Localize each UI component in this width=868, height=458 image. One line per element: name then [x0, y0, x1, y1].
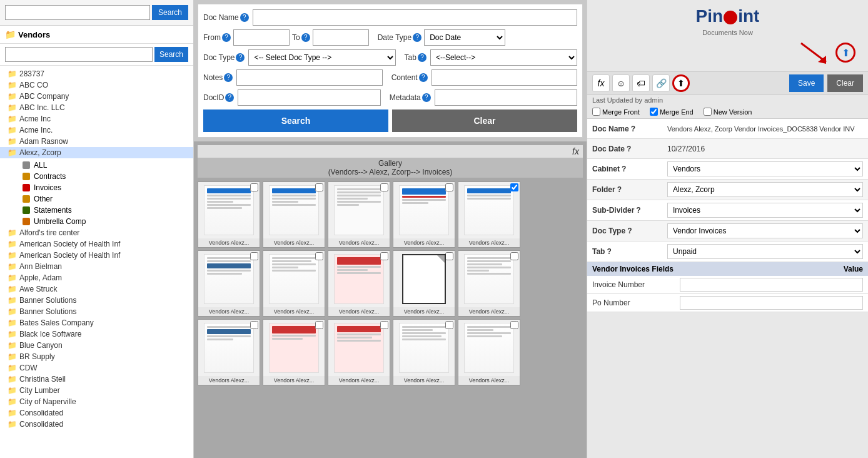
list-item[interactable]: 📁 Consolidated: [0, 419, 193, 430]
gallery-checkbox[interactable]: [250, 183, 258, 191]
gallery-checkbox[interactable]: [250, 252, 258, 260]
list-item[interactable]: 📁 Christina Steil: [0, 374, 193, 385]
list-item[interactable]: 📁 Acme Inc: [0, 113, 193, 125]
gallery-item[interactable]: Vendors Alexz...: [198, 319, 260, 385]
doc-name-input[interactable]: [253, 9, 577, 26]
gallery-item[interactable]: Vendors Alexz...: [458, 181, 520, 248]
list-item[interactable]: 📁 ABC Inc. LLC: [0, 102, 193, 113]
to-help-icon[interactable]: ?: [301, 33, 310, 42]
doc-type-help-icon[interactable]: ?: [236, 53, 245, 62]
list-item[interactable]: 📁 City of Naperville: [0, 396, 193, 407]
tab-field-help[interactable]: ?: [607, 247, 611, 256]
list-item[interactable]: 📁 Blue Canyon: [0, 340, 193, 351]
date-type-select[interactable]: Doc Date: [424, 29, 505, 46]
list-item[interactable]: 📁 BR Supply: [0, 351, 193, 362]
list-item[interactable]: 📁 Ann Bielman: [0, 261, 193, 272]
to-input[interactable]: [313, 29, 369, 46]
content-help-icon[interactable]: ?: [419, 73, 428, 82]
vendor-search-button[interactable]: Search: [154, 47, 188, 62]
list-item[interactable]: 📁 ABC Company: [0, 91, 193, 102]
list-item[interactable]: 📁 CDW: [0, 362, 193, 374]
date-type-help-icon[interactable]: ?: [413, 33, 421, 42]
gallery-checkbox[interactable]: [380, 252, 388, 260]
gallery-checkbox[interactable]: [250, 321, 258, 329]
category-contracts[interactable]: Contracts: [15, 171, 186, 182]
tab-select[interactable]: <--Select-->: [430, 49, 577, 66]
notes-help-icon[interactable]: ?: [224, 73, 233, 82]
list-item[interactable]: 📁 Banner Solutions: [0, 306, 193, 317]
doc-type-select[interactable]: <-- Select Doc Type -->: [248, 49, 395, 66]
gallery-item[interactable]: Vendors Alexz...: [263, 250, 325, 317]
gallery-item[interactable]: Vendors Alexz...: [393, 319, 455, 385]
metadata-input[interactable]: [435, 89, 577, 106]
folder-select[interactable]: Alexz, Zcorp: [667, 182, 863, 197]
list-item[interactable]: 📁 Alford's tire center: [0, 227, 193, 238]
list-item[interactable]: 📁 American Society of Health Inf: [0, 238, 193, 250]
category-umbrella[interactable]: Umbrella Comp: [15, 216, 186, 227]
gallery-checkbox[interactable]: [445, 252, 453, 260]
list-item[interactable]: 📁 Bates Sales Company: [0, 317, 193, 328]
gallery-item[interactable]: Vendors Alexz...: [458, 250, 520, 317]
category-other[interactable]: Other: [15, 193, 186, 205]
gallery-item[interactable]: Vendors Alexz...: [328, 319, 390, 385]
gallery-item[interactable]: Vendors Alexz...: [393, 250, 455, 317]
link-icon[interactable]: 🔗: [652, 74, 670, 92]
gallery-item[interactable]: Vendors Alexz...: [198, 250, 260, 317]
metadata-help-icon[interactable]: ?: [422, 93, 431, 102]
tab-help-icon[interactable]: ?: [418, 53, 426, 62]
smiley-icon[interactable]: ☺: [612, 74, 630, 92]
gallery-item[interactable]: Vendors Alexz...: [328, 250, 390, 317]
gallery-item[interactable]: Vendors Alexz...: [263, 319, 325, 385]
circle-icon[interactable]: ⬆: [835, 43, 855, 63]
subdivider-field-help[interactable]: ?: [636, 206, 640, 215]
clear-button[interactable]: Clear: [827, 74, 863, 92]
gallery-checkbox[interactable]: [445, 321, 453, 329]
save-button[interactable]: Save: [789, 74, 824, 92]
list-item[interactable]: 📁 Banner Solutions: [0, 295, 193, 306]
list-item[interactable]: 📁 Black Ice Software: [0, 328, 193, 340]
invoice-number-input[interactable]: [680, 278, 863, 292]
doc-date-field-help[interactable]: ?: [627, 145, 631, 153]
from-input[interactable]: [233, 29, 290, 46]
subdivider-select[interactable]: Invoices: [667, 203, 863, 218]
new-version-checkbox[interactable]: [704, 108, 712, 116]
list-item[interactable]: 📁 Consolidated: [0, 407, 193, 419]
cabinet-field-help[interactable]: ?: [622, 165, 626, 173]
category-all[interactable]: ALL: [15, 160, 186, 171]
list-item[interactable]: 📁 Acme Inc.: [0, 125, 193, 136]
clear-button[interactable]: Clear: [392, 109, 577, 132]
tab-select[interactable]: Unpaid: [667, 244, 863, 259]
tag-icon[interactable]: 🏷: [632, 74, 650, 92]
docid-help-icon[interactable]: ?: [225, 93, 234, 102]
po-number-input[interactable]: [680, 296, 863, 310]
gallery-checkbox[interactable]: [380, 183, 388, 191]
list-item[interactable]: 📁 Alexz, Zcorp: [0, 147, 193, 158]
merge-front-checkbox[interactable]: [592, 108, 600, 116]
gallery-checkbox[interactable]: [445, 183, 453, 191]
category-statements[interactable]: Statements: [15, 205, 186, 216]
list-item[interactable]: 📁 ABC CO: [0, 79, 193, 91]
gallery-checkbox[interactable]: [315, 252, 323, 260]
from-help-icon[interactable]: ?: [222, 33, 231, 42]
doc-name-field-help[interactable]: ?: [631, 125, 635, 133]
doctype-field-help[interactable]: ?: [627, 226, 632, 235]
gallery-item[interactable]: Vendors Alexz...: [328, 181, 390, 248]
notes-input[interactable]: [236, 69, 382, 86]
search-button[interactable]: Search: [203, 109, 388, 132]
list-item[interactable]: 📁 283737: [0, 68, 193, 79]
gallery-checkbox[interactable]: [380, 321, 388, 329]
doctype-select[interactable]: Vendor Invoices: [667, 223, 863, 238]
gallery-item[interactable]: Vendors Alexz...: [198, 181, 260, 248]
doc-name-help-icon[interactable]: ?: [240, 13, 249, 22]
gallery-item[interactable]: Vendors Alexz...: [393, 181, 455, 248]
content-input[interactable]: [431, 69, 577, 86]
gallery-checkbox[interactable]: [510, 321, 518, 329]
merge-end-checkbox[interactable]: [650, 108, 658, 116]
vendor-search-input[interactable]: [5, 47, 153, 62]
list-item[interactable]: 📁 Apple, Adam: [0, 272, 193, 283]
upload-icon[interactable]: ⬆: [672, 74, 690, 92]
docid-input[interactable]: [238, 89, 380, 106]
gallery-checkbox[interactable]: [315, 183, 323, 191]
cabinet-select[interactable]: Vendors: [667, 161, 863, 176]
gallery-checkbox[interactable]: [510, 252, 518, 260]
